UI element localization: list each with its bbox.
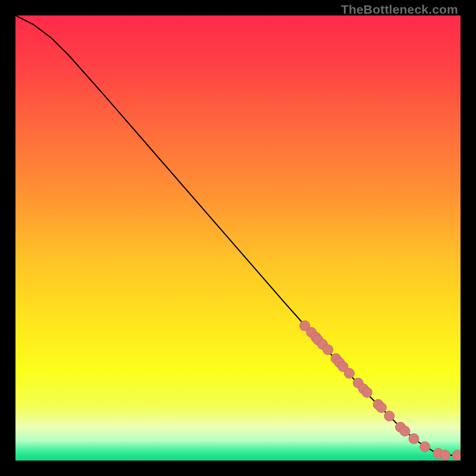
- data-marker: [345, 368, 355, 378]
- data-marker: [400, 426, 410, 436]
- data-marker: [362, 387, 372, 397]
- plot-area: [15, 15, 461, 461]
- data-marker: [440, 450, 450, 461]
- chart-svg: [15, 15, 461, 461]
- data-marker: [384, 411, 394, 421]
- watermark-text: TheBottleneck.com: [341, 2, 458, 17]
- data-marker: [323, 345, 333, 355]
- gradient-background: [15, 15, 461, 461]
- data-marker: [420, 441, 430, 452]
- chart-frame: TheBottleneck.com: [0, 0, 476, 476]
- data-marker: [376, 403, 386, 413]
- data-marker: [452, 450, 461, 461]
- data-marker: [409, 434, 419, 444]
